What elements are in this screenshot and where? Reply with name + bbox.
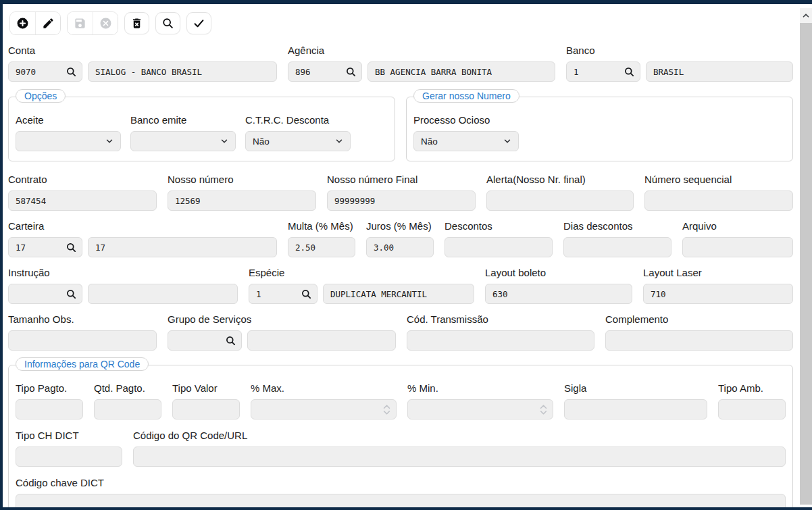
edit-button[interactable] (35, 12, 60, 34)
opcoes-fieldset: Opções Aceite Banco emite (8, 97, 395, 161)
banco-label: Banco (566, 44, 640, 57)
chevron-down-icon (383, 410, 390, 415)
opcoes-legend: Opções (16, 89, 66, 103)
ctrc-desconta-label: C.T.R.C. Desconta (245, 113, 351, 127)
qtd-pagto-label: Qtd. Pagto. (94, 382, 161, 395)
agencia-label: Agência (288, 44, 362, 57)
alerta-input[interactable] (486, 190, 634, 211)
complemento-input[interactable] (605, 330, 793, 351)
x-circle-icon (99, 17, 112, 30)
grupo-servicos-name-input[interactable] (247, 330, 396, 351)
floppy-icon (74, 17, 86, 30)
cancel-button (93, 12, 118, 34)
banco-emite-label: Banco emite (130, 113, 236, 127)
carteira-row: Carteira Multa (% Mês) Juros (% Mês) Des… (8, 220, 793, 257)
sigla-input[interactable] (564, 399, 707, 419)
dias-descontos-input[interactable] (563, 237, 671, 257)
search-icon[interactable] (624, 66, 635, 78)
juros-label: Juros (% Mês) (366, 220, 434, 233)
conta-name-input[interactable] (88, 61, 277, 82)
search-icon[interactable] (301, 288, 312, 300)
ctrc-desconta-select[interactable]: Não (245, 131, 351, 151)
nosso-numero-input[interactable] (168, 190, 316, 211)
search-button[interactable] (155, 12, 180, 34)
gerar-nosso-numero-fieldset: Gerar nosso Numero Processo Ocioso Não (406, 97, 793, 161)
chevron-up-icon (540, 405, 547, 409)
pct-min-label: % Min. (407, 382, 553, 395)
aceite-select[interactable] (16, 131, 121, 151)
chevron-down-icon (220, 136, 229, 146)
delete-button[interactable] (124, 12, 149, 34)
arquivo-input[interactable] (682, 237, 793, 257)
tamanho-obs-input[interactable] (8, 330, 157, 351)
form-page: Conta Agência (3, 4, 800, 507)
tipo-amb-input[interactable] (718, 399, 786, 419)
search-icon[interactable] (225, 335, 236, 347)
especie-name-input[interactable] (323, 284, 474, 304)
chevron-up-icon (383, 405, 390, 409)
add-button[interactable] (10, 12, 35, 34)
scroll-up-button[interactable] (800, 8, 812, 23)
qrcode-row-1: Tipo Pagto. Qtd. Pagto. Tipo Valor % Max… (16, 382, 786, 419)
search-icon[interactable] (66, 288, 77, 300)
agencia-name-input[interactable] (367, 61, 555, 82)
pct-max-input[interactable] (251, 399, 397, 419)
vertical-scrollbar[interactable] (800, 8, 812, 505)
tipo-pagto-input[interactable] (16, 399, 83, 419)
descontos-label: Descontos (445, 220, 553, 233)
tipo-valor-label: Tipo Valor (172, 382, 240, 395)
aceite-label: Aceite (16, 113, 121, 127)
nosso-numero-label: Nosso número (168, 173, 316, 186)
arquivo-label: Arquivo (682, 220, 793, 233)
processo-ocioso-label: Processo Ocioso (413, 113, 519, 127)
conta-label: Conta (8, 44, 82, 57)
carteira-label: Carteira (8, 220, 82, 233)
tipo-ch-dict-input[interactable] (16, 447, 122, 467)
chevron-down-icon (503, 136, 512, 146)
confirm-button[interactable] (186, 12, 211, 34)
pct-min-input[interactable] (407, 399, 553, 419)
multa-label: Multa (% Mês) (288, 220, 355, 233)
codigo-chave-dict-input[interactable] (16, 494, 786, 507)
search-icon[interactable] (345, 66, 357, 78)
nosso-numero-final-input[interactable] (327, 190, 476, 211)
toolbar (9, 11, 793, 35)
layout-boleto-label: Layout boleto (485, 266, 632, 280)
dias-descontos-label: Dias descontos (563, 220, 671, 233)
layout-laser-input[interactable] (643, 284, 793, 304)
complemento-label: Complemento (605, 313, 793, 326)
number-stepper[interactable] (383, 405, 390, 415)
codigo-qr-input[interactable] (133, 447, 786, 467)
instrucao-name-input[interactable] (88, 284, 238, 304)
alerta-label: Alerta(Nosso Nr. final) (486, 173, 634, 186)
pencil-icon (42, 17, 55, 30)
layout-boleto-input[interactable] (485, 284, 632, 304)
multa-input[interactable] (288, 237, 355, 257)
tipo-ch-dict-label: Tipo CH DICT (16, 429, 122, 442)
descontos-input[interactable] (445, 237, 553, 257)
qrcode-row-3: Código chave DICT (16, 476, 786, 507)
tipo-amb-label: Tipo Amb. (718, 382, 786, 395)
chevron-down-icon (105, 136, 114, 146)
number-stepper[interactable] (540, 405, 547, 415)
banco-name-input[interactable] (646, 61, 793, 82)
chevron-up-icon (802, 11, 810, 20)
qrcode-legend: Informações para QR Code (16, 357, 149, 371)
servicos-row: Tamanho Obs. Grupo de Serviços Cód. Tran… (8, 313, 793, 351)
search-icon[interactable] (66, 66, 77, 78)
carteira-name-input[interactable] (88, 237, 277, 257)
layout-laser-label: Layout Laser (643, 266, 793, 280)
search-icon[interactable] (66, 242, 77, 253)
save-button (68, 12, 93, 34)
numero-sequencial-input[interactable] (644, 190, 793, 211)
numero-sequencial-label: Número sequencial (644, 173, 793, 186)
contrato-input[interactable] (8, 190, 157, 211)
cod-transmissao-input[interactable] (407, 330, 594, 351)
check-icon (193, 17, 205, 30)
search-icon (161, 17, 174, 30)
qtd-pagto-input[interactable] (94, 399, 161, 419)
tipo-valor-input[interactable] (172, 399, 240, 419)
banco-emite-select[interactable] (130, 131, 236, 151)
juros-input[interactable] (366, 237, 434, 257)
processo-ocioso-select[interactable]: Não (413, 131, 519, 151)
